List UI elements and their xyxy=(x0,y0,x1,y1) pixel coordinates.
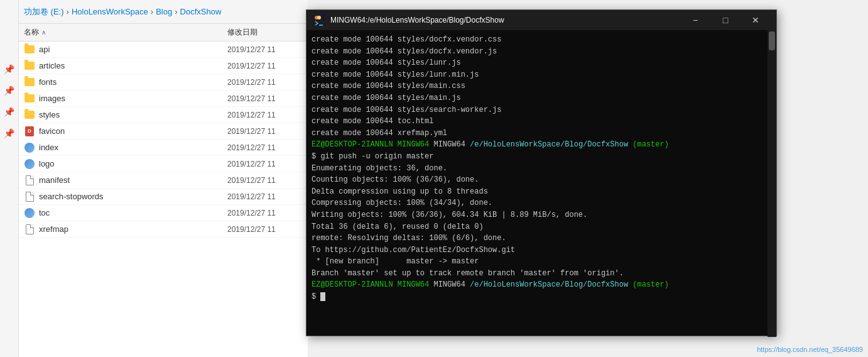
file-date: 2019/12/27 11 xyxy=(227,225,303,234)
file-icon xyxy=(24,158,35,170)
list-item[interactable]: xrefmap2019/12/27 11 xyxy=(19,221,308,238)
file-name: api xyxy=(39,45,227,54)
terminal-app-icon xyxy=(313,14,325,26)
breadcrumb-sep2: › xyxy=(151,7,153,16)
terminal-titlebar: MINGW64:/e/HoloLensWorkSpace/Blog/DocfxS… xyxy=(307,10,776,30)
terminal-line: Branch 'master' set up to track remote b… xyxy=(312,268,771,280)
terminal-line: $ git push -u origin master xyxy=(312,151,771,163)
watermark: https://blog.csdn.net/eq_35649689 xyxy=(757,346,863,353)
file-date: 2019/12/27 11 xyxy=(227,192,303,201)
maximize-button[interactable]: □ xyxy=(711,10,740,30)
column-name[interactable]: 名称 ∧ xyxy=(24,27,227,38)
terminal-line: create mode 100644 styles/main.css xyxy=(312,80,771,92)
file-name: favicon xyxy=(39,126,227,136)
terminal-line: create mode 100644 styles/search-worker.… xyxy=(312,104,771,116)
pin-icon-2[interactable]: 📌 xyxy=(3,84,16,97)
file-date: 2019/12/27 11 xyxy=(227,45,303,54)
file-icon xyxy=(24,224,35,235)
pin-icon-4[interactable]: 📌 xyxy=(3,127,16,140)
file-date: 2019/12/27 11 xyxy=(227,127,303,136)
file-icon: D xyxy=(24,126,35,137)
terminal-line: create mode 100644 styles/docfx.vendor.j… xyxy=(312,46,771,58)
close-button[interactable]: ✕ xyxy=(741,10,770,30)
breadcrumb-sep1: › xyxy=(67,7,69,16)
file-icon xyxy=(24,142,35,153)
file-list-header: 名称 ∧ 修改日期 xyxy=(19,24,308,41)
file-date: 2019/12/27 11 xyxy=(227,176,303,185)
file-name: search-stopwords xyxy=(39,192,227,201)
file-icon xyxy=(24,60,35,72)
list-item[interactable]: api2019/12/27 11 xyxy=(19,41,308,58)
sort-arrow-icon: ∧ xyxy=(41,29,46,36)
breadcrumb-folder3[interactable]: DocfxShow xyxy=(180,7,222,16)
terminal-line: EZ@DESKTOP-2IANNLN MINGW64 MINGW64 /e/Ho… xyxy=(312,279,771,291)
file-explorer: 功加卷 (E:) › HoloLensWorkSpace › Blog › Do… xyxy=(19,0,308,357)
terminal-title: MINGW64:/e/HoloLensWorkSpace/Blog/DocfxS… xyxy=(330,16,681,25)
minimize-button[interactable]: − xyxy=(681,10,710,30)
scrollbar-thumb xyxy=(769,31,775,50)
terminal-line: Total 36 (delta 6), reused 0 (delta 0) xyxy=(312,221,771,233)
file-icon xyxy=(24,191,35,202)
list-item[interactable]: fonts2019/12/27 11 xyxy=(19,74,308,91)
list-item[interactable]: index2019/12/27 11 xyxy=(19,140,308,156)
terminal-line: Counting objects: 100% (36/36), done. xyxy=(312,174,771,186)
file-name: xrefmap xyxy=(39,224,227,234)
terminal-line: create mode 100644 styles/docfx.vendor.c… xyxy=(312,34,771,46)
breadcrumb-drive[interactable]: 功加卷 (E:) xyxy=(24,6,64,18)
list-item[interactable]: articles2019/12/27 11 xyxy=(19,58,308,74)
list-item[interactable]: toc2019/12/27 11 xyxy=(19,205,308,221)
file-name: fonts xyxy=(39,77,227,87)
list-item[interactable]: images2019/12/27 11 xyxy=(19,91,308,107)
terminal-line: Delta compression using up to 8 threads xyxy=(312,186,771,198)
file-icon xyxy=(24,44,35,55)
breadcrumb-sep3: › xyxy=(175,7,177,16)
file-icon xyxy=(24,93,35,104)
nav-sidebar: 📌 📌 📌 📌 xyxy=(0,0,19,357)
file-date: 2019/12/27 11 xyxy=(227,160,303,168)
terminal-line: create mode 100644 toc.html xyxy=(312,116,771,128)
terminal-line: * [new branch] master -> master xyxy=(312,256,771,268)
terminal-line: Writing objects: 100% (36/36), 604.34 Ki… xyxy=(312,209,771,221)
terminal-line: $ xyxy=(312,291,771,303)
list-item[interactable]: styles2019/12/27 11 xyxy=(19,107,308,123)
terminal-line: remote: Resolving deltas: 100% (6/6), do… xyxy=(312,233,771,244)
list-item[interactable]: manifest2019/12/27 11 xyxy=(19,172,308,189)
file-list: api2019/12/27 11articles2019/12/27 11fon… xyxy=(19,41,308,357)
file-name: logo xyxy=(39,159,227,168)
breadcrumb-folder1[interactable]: HoloLensWorkSpace xyxy=(72,7,148,16)
terminal-body[interactable]: create mode 100644 styles/docfx.vendor.c… xyxy=(307,30,776,336)
breadcrumb-folder2[interactable]: Blog xyxy=(156,7,172,16)
file-name: images xyxy=(39,94,227,103)
file-date: 2019/12/27 11 xyxy=(227,209,303,217)
file-date: 2019/12/27 11 xyxy=(227,78,303,87)
list-item[interactable]: logo2019/12/27 11 xyxy=(19,156,308,172)
terminal-scrollbar[interactable] xyxy=(768,30,776,337)
file-icon xyxy=(24,109,35,121)
file-name: toc xyxy=(39,208,227,217)
file-name: articles xyxy=(39,61,227,70)
file-date: 2019/12/27 11 xyxy=(227,111,303,119)
pin-icon-1[interactable]: 📌 xyxy=(3,63,16,75)
list-item[interactable]: Dfavicon2019/12/27 11 xyxy=(19,123,308,140)
file-icon xyxy=(24,175,35,186)
list-item[interactable]: search-stopwords2019/12/27 11 xyxy=(19,189,308,205)
file-date: 2019/12/27 11 xyxy=(227,62,303,70)
terminal-line: To https://github.com/PatientEz/DocfxSho… xyxy=(312,244,771,256)
column-date[interactable]: 修改日期 xyxy=(227,27,303,38)
terminal-line: Enumerating objects: 36, done. xyxy=(312,163,771,175)
terminal-line: EZ@DESKTOP-2IANNLN MINGW64 MINGW64 /e/Ho… xyxy=(312,139,771,151)
pin-icon-3[interactable]: 📌 xyxy=(3,106,16,118)
svg-point-2 xyxy=(317,16,321,19)
file-date: 2019/12/27 11 xyxy=(227,94,303,103)
terminal-controls: − □ ✕ xyxy=(681,10,770,30)
terminal-line: create mode 100644 styles/lunr.min.js xyxy=(312,69,771,81)
file-icon xyxy=(24,77,35,88)
terminal-line: create mode 100644 styles/main.js xyxy=(312,92,771,104)
file-name: manifest xyxy=(39,175,227,185)
file-name: index xyxy=(39,143,227,152)
breadcrumb: 功加卷 (E:) › HoloLensWorkSpace › Blog › Do… xyxy=(19,0,308,24)
file-name: styles xyxy=(39,110,227,119)
terminal-line: create mode 100644 xrefmap.yml xyxy=(312,128,771,140)
terminal-line: create mode 100644 styles/lunr.js xyxy=(312,57,771,69)
terminal-window: MINGW64:/e/HoloLensWorkSpace/Blog/DocfxS… xyxy=(306,9,777,336)
